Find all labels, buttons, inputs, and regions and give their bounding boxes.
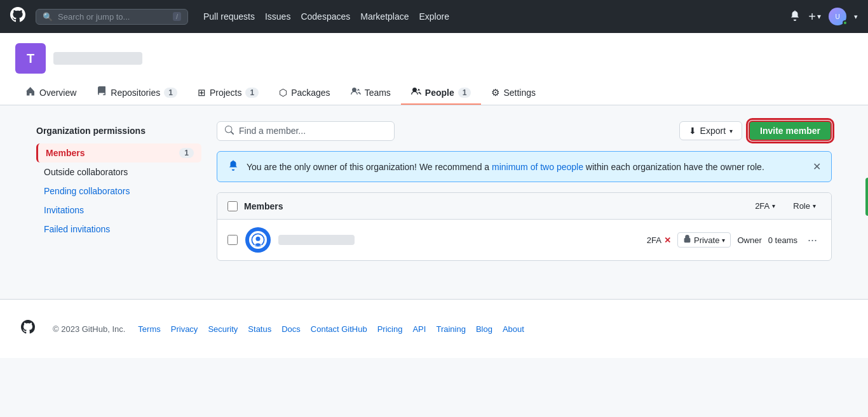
- role-badge: Owner: [737, 235, 761, 245]
- settings-icon: ⚙: [491, 87, 499, 98]
- sidebar-item-pending-collaborators[interactable]: Pending collaborators: [36, 182, 201, 201]
- navbar-links: Pull requests Issues Codespaces Marketpl…: [203, 11, 449, 22]
- members-table-header: Members 2FA ▾ Role ▾: [217, 193, 831, 220]
- navbar-right: +▾ U ▾: [789, 8, 858, 25]
- projects-badge: 1: [245, 88, 259, 98]
- footer: © 2023 GitHub, Inc. Terms Privacy Securi…: [0, 299, 868, 358]
- navbar: 🔍 Search or jump to... / Pull requests I…: [0, 0, 868, 33]
- select-all-checkbox[interactable]: [227, 201, 238, 211]
- footer-link-about[interactable]: About: [503, 324, 524, 334]
- nav-explore[interactable]: Explore: [419, 11, 449, 22]
- footer-link-contact[interactable]: Contact GitHub: [311, 324, 367, 334]
- top-bar: Find a member... ⬇ Export ▾ Invite membe…: [217, 121, 832, 141]
- invite-member-button[interactable]: Invite member: [749, 121, 832, 141]
- footer-link-pricing[interactable]: Pricing: [377, 324, 403, 334]
- notification-banner: You are the only owner of this organizat…: [217, 151, 832, 182]
- visibility-chevron: ▾: [722, 237, 725, 244]
- footer-logo-icon: [21, 320, 35, 338]
- footer-link-training[interactable]: Training: [436, 324, 465, 334]
- export-button[interactable]: ⬇ Export ▾: [679, 121, 742, 140]
- lock-icon: [683, 235, 691, 245]
- member-name: [278, 235, 355, 245]
- member-search-icon: [225, 126, 234, 136]
- sidebar-item-invitations[interactable]: Invitations: [36, 201, 201, 220]
- org-name: [53, 52, 142, 65]
- tab-teams-label: Teams: [365, 88, 391, 98]
- footer-link-terms[interactable]: Terms: [138, 324, 160, 334]
- global-search[interactable]: 🔍 Search or jump to... /: [36, 9, 188, 25]
- filter-2fa-chevron: ▾: [772, 202, 775, 209]
- header-controls: 2FA ▾ Role ▾: [750, 199, 821, 213]
- tab-teams[interactable]: Teams: [341, 81, 401, 105]
- sidebar-item-outside-collaborators[interactable]: Outside collaborators: [36, 162, 201, 182]
- member-search-placeholder: Find a member...: [239, 126, 306, 136]
- repo-icon: [97, 86, 107, 98]
- footer-link-privacy[interactable]: Privacy: [171, 324, 198, 334]
- table-row: 2FA ✕ Private ▾ Owner 0 teams ···: [217, 220, 831, 260]
- org-header: T Overview Repositories 1 ⊞ Projects 1 ⬡…: [0, 33, 868, 105]
- top-bar-right: ⬇ Export ▾ Invite member: [679, 121, 832, 141]
- member-meta: 2FA ✕ Private ▾ Owner 0 teams ···: [647, 232, 821, 248]
- footer-links: Terms Privacy Security Status Docs Conta…: [138, 324, 524, 334]
- sidebar-item-members[interactable]: Members 1: [36, 143, 201, 162]
- teams-count: 0 teams: [768, 235, 797, 245]
- nav-codespaces[interactable]: Codespaces: [301, 11, 350, 22]
- avatar-dropdown-icon[interactable]: ▾: [854, 13, 858, 21]
- visibility-label: Private: [694, 235, 719, 245]
- banner-text: You are the only owner of this organizat…: [247, 162, 764, 172]
- main-content: Organization permissions Members 1 Outsi…: [21, 121, 847, 261]
- status-dot: [843, 20, 848, 25]
- main-panel: Find a member... ⬇ Export ▾ Invite membe…: [217, 121, 832, 261]
- nav-marketplace[interactable]: Marketplace: [360, 11, 409, 22]
- minimum-link[interactable]: minimum of two people: [492, 162, 583, 172]
- 2fa-label: 2FA: [647, 235, 661, 245]
- sidebar-item-failed-invitations[interactable]: Failed invitations: [36, 220, 201, 239]
- people-icon: [411, 86, 421, 98]
- footer-link-docs[interactable]: Docs: [281, 324, 301, 334]
- search-icon: 🔍: [43, 12, 53, 22]
- footer-link-api[interactable]: API: [412, 324, 426, 334]
- org-avatar: T: [15, 43, 46, 74]
- tab-settings-label: Settings: [503, 88, 536, 98]
- people-badge: 1: [458, 88, 471, 98]
- tab-overview[interactable]: Overview: [15, 81, 86, 105]
- tab-projects-label: Projects: [210, 88, 242, 98]
- tab-settings[interactable]: ⚙ Settings: [481, 81, 546, 105]
- member-checkbox[interactable]: [227, 235, 238, 245]
- footer-link-blog[interactable]: Blog: [476, 324, 492, 334]
- notifications-icon[interactable]: [789, 10, 801, 24]
- org-tabs: Overview Repositories 1 ⊞ Projects 1 ⬡ P…: [15, 81, 853, 105]
- tab-repositories[interactable]: Repositories 1: [86, 81, 187, 105]
- sidebar: Organization permissions Members 1 Outsi…: [36, 121, 201, 261]
- banner-close-button[interactable]: ✕: [813, 161, 821, 173]
- tab-people[interactable]: People 1: [401, 81, 482, 105]
- teams-icon: [351, 86, 361, 98]
- repositories-badge: 1: [164, 88, 177, 98]
- more-options-button[interactable]: ···: [804, 232, 821, 248]
- footer-link-status[interactable]: Status: [248, 324, 271, 334]
- nav-pull-requests[interactable]: Pull requests: [203, 11, 255, 22]
- filter-2fa-button[interactable]: 2FA ▾: [750, 199, 780, 213]
- member-search[interactable]: Find a member...: [217, 121, 395, 141]
- avatar[interactable]: U: [829, 8, 846, 25]
- filter-role-button[interactable]: Role ▾: [788, 199, 821, 213]
- new-button[interactable]: +▾: [808, 10, 821, 24]
- tab-packages[interactable]: ⬡ Packages: [269, 81, 340, 105]
- sidebar-outside-collab-label: Outside collaborators: [44, 167, 128, 177]
- members-header-label: Members: [244, 201, 750, 211]
- home-icon: [25, 86, 36, 98]
- sidebar-pending-collab-label: Pending collaborators: [44, 186, 130, 196]
- sidebar-members-label: Members: [46, 148, 85, 158]
- visibility-toggle[interactable]: Private ▾: [677, 232, 731, 248]
- filter-role-chevron: ▾: [813, 202, 816, 209]
- nav-issues[interactable]: Issues: [265, 11, 290, 22]
- github-logo-icon[interactable]: [10, 7, 25, 26]
- search-kbd: /: [173, 12, 181, 21]
- tab-overview-label: Overview: [39, 88, 76, 98]
- footer-link-security[interactable]: Security: [208, 324, 238, 334]
- member-avatar: [245, 227, 271, 253]
- search-placeholder: Search or jump to...: [58, 12, 130, 22]
- tab-projects[interactable]: ⊞ Projects 1: [187, 81, 269, 105]
- tab-people-label: People: [425, 88, 454, 98]
- bell-notification-icon: [227, 159, 239, 174]
